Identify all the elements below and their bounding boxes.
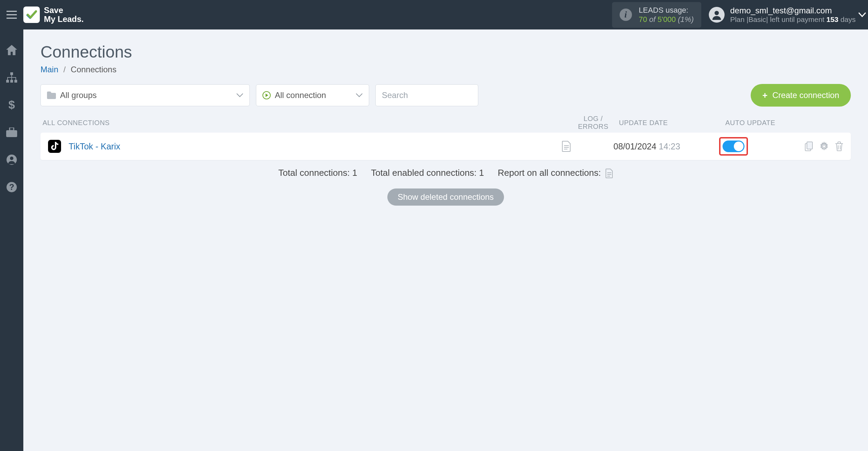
trash-icon — [835, 142, 843, 151]
logo-text: Save My Leads. — [44, 6, 84, 24]
leads-usage-widget[interactable]: i LEADS usage: 70 of 5'000 (1%) — [612, 2, 701, 28]
logo-mark — [23, 7, 40, 23]
sidenav: $ ? — [0, 29, 23, 451]
header-name: ALL CONNECTIONS — [43, 119, 567, 127]
user-icon — [7, 155, 17, 165]
nav-help[interactable]: ? — [5, 180, 19, 194]
sitemap-icon — [6, 72, 17, 83]
nav-profile[interactable] — [5, 153, 19, 167]
svg-point-9 — [10, 157, 13, 160]
highlight-box — [719, 137, 748, 156]
auto-update-cell — [699, 137, 788, 156]
svg-rect-3 — [10, 80, 13, 83]
home-icon — [6, 45, 17, 55]
account-email: demo_sml_test@gmail.com — [730, 6, 856, 15]
briefcase-icon — [6, 127, 17, 137]
leads-usage-values: 70 of 5'000 (1%) — [639, 15, 694, 24]
summary-row: Total connections: 1 Total enabled conne… — [40, 168, 851, 178]
breadcrumb: Main / Connections — [40, 65, 851, 74]
svg-text:$: $ — [9, 99, 15, 111]
nav-home[interactable] — [5, 43, 19, 57]
svg-rect-2 — [6, 80, 9, 83]
total-connections: Total connections: 1 — [278, 168, 357, 178]
filters-row: All groups All connection + Create conne… — [40, 84, 851, 107]
leads-usage-label: LEADS usage: — [639, 5, 694, 15]
svg-rect-4 — [14, 80, 17, 83]
report-all[interactable]: Report on all connections: — [498, 168, 613, 178]
menu-icon — [7, 11, 17, 19]
nav-billing[interactable]: $ — [5, 98, 19, 112]
table-headers: ALL CONNECTIONS LOG / ERRORS UPDATE DATE… — [40, 115, 851, 131]
svg-rect-7 — [10, 127, 14, 131]
chevron-down-icon — [356, 93, 363, 97]
plus-icon: + — [762, 90, 767, 101]
help-icon: ? — [7, 182, 17, 192]
groups-select[interactable]: All groups — [40, 84, 250, 106]
log-cell[interactable] — [562, 141, 613, 152]
svg-text:?: ? — [9, 182, 14, 192]
settings-button[interactable] — [819, 142, 829, 151]
header-auto: AUTO UPDATE — [705, 119, 794, 127]
toggle-knob — [734, 142, 743, 151]
svg-point-0 — [715, 11, 719, 15]
logo[interactable]: Save My Leads. — [23, 6, 84, 24]
delete-button[interactable] — [835, 142, 843, 151]
date-cell: 08/01/2024 14:23 — [613, 142, 699, 151]
page-title: Connections — [40, 42, 851, 61]
avatar-icon — [709, 7, 725, 23]
hamburger-menu[interactable] — [0, 0, 23, 29]
chevron-down-icon — [236, 93, 243, 97]
document-icon — [562, 141, 571, 152]
dollar-icon: $ — [8, 99, 15, 111]
table-row: TikTok - Karix 08/01/2024 14:23 — [40, 133, 851, 160]
svg-rect-14 — [807, 142, 812, 149]
create-connection-button[interactable]: + Create connection — [751, 84, 851, 107]
breadcrumb-main[interactable]: Main — [40, 65, 58, 74]
account-menu[interactable]: demo_sml_test@gmail.com Plan |Basic| lef… — [709, 6, 868, 24]
search-box — [375, 84, 478, 106]
show-deleted-button[interactable]: Show deleted connections — [387, 188, 504, 206]
copy-button[interactable] — [805, 142, 813, 151]
actions-cell — [788, 142, 843, 151]
connection-status-label: All connection — [275, 90, 326, 100]
connection-status-select[interactable]: All connection — [256, 84, 369, 106]
breadcrumb-current: Connections — [71, 65, 116, 74]
svg-rect-6 — [6, 130, 17, 137]
gear-icon — [819, 142, 829, 151]
total-enabled: Total enabled connections: 1 — [371, 168, 484, 178]
connection-name-link[interactable]: TikTok - Karix — [69, 142, 562, 151]
nav-tools[interactable] — [5, 125, 19, 139]
header-date: UPDATE DATE — [619, 119, 705, 127]
document-icon — [606, 168, 613, 178]
topbar: Save My Leads. i LEADS usage: 70 of 5'00… — [0, 0, 868, 29]
search-input[interactable] — [382, 90, 472, 100]
play-circle-icon — [262, 91, 271, 99]
check-icon — [26, 9, 37, 20]
tiktok-icon — [48, 140, 61, 153]
auto-update-toggle[interactable] — [723, 141, 744, 152]
chevron-down-icon[interactable] — [858, 12, 866, 17]
account-plan: Plan |Basic| left until payment 153 days — [730, 15, 856, 24]
copy-icon — [805, 142, 813, 151]
create-connection-label: Create connection — [772, 90, 839, 100]
svg-point-15 — [823, 145, 825, 148]
nav-connections[interactable] — [5, 71, 19, 84]
main-content: Connections Main / Connections All group… — [23, 29, 868, 451]
header-log: LOG / ERRORS — [567, 115, 619, 131]
groups-select-label: All groups — [60, 90, 97, 100]
info-icon: i — [620, 9, 632, 21]
svg-rect-1 — [10, 72, 13, 75]
folder-icon — [47, 92, 56, 99]
